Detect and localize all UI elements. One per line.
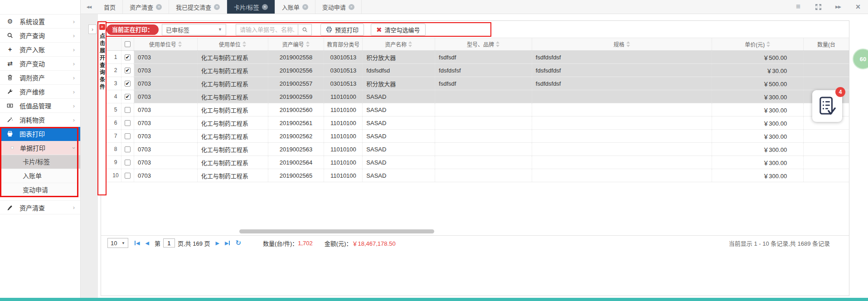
forward-tabs-icon[interactable]: ▶▶ [828, 0, 848, 14]
tab-close-icon[interactable]: × [349, 4, 354, 10]
todo-list-widget[interactable]: 4 [812, 90, 842, 122]
row-checkbox[interactable] [121, 169, 134, 182]
print-type-select[interactable]: 已审标签 ▼ [162, 24, 226, 35]
search-input[interactable] [236, 24, 298, 35]
cell: 2019002564 [268, 156, 325, 169]
cell [804, 156, 849, 169]
last-page-icon[interactable]: ▶ [225, 240, 230, 246]
cell: 2019002556 [268, 64, 325, 77]
tab-卡片/标签[interactable]: 卡片/标签× [227, 0, 275, 14]
tab-变动申请[interactable]: 变动申请× [315, 0, 362, 14]
cell: ￥500.00 [712, 51, 804, 63]
row-checkbox[interactable]: ✔ [121, 77, 134, 90]
row-checkbox[interactable] [121, 103, 134, 116]
table-row: 1✔0703化工与制药工程系201900255803010513积分放大器fsd… [101, 51, 849, 64]
table-row: 3✔0703化工与制药工程系201900255703010513积分放大器fsd… [101, 77, 849, 90]
sidebar-item-消耗物资[interactable]: 消耗物资› [0, 113, 80, 127]
page-number-input[interactable] [163, 238, 175, 248]
tab-label: 入账单 [282, 3, 300, 11]
sidebar-item-系统设置[interactable]: ⚙系统设置› [0, 15, 80, 29]
sidebar-item-资产查询[interactable]: 资产查询› [0, 29, 80, 43]
sidebar-subitem-卡片/标签[interactable]: 卡片/标签 [0, 155, 80, 169]
column-header-使用单位[interactable]: 使用单位 [198, 38, 268, 50]
column-header-单价(元)[interactable]: 单价(元) [712, 38, 804, 50]
sidebar-item-资产维修[interactable]: 资产维修› [0, 85, 80, 99]
first-page-icon[interactable]: ◀ [135, 240, 140, 246]
page-size-select[interactable]: 10 ▼ [107, 238, 128, 248]
cell: 0703 [134, 64, 198, 77]
horizontal-scrollbar[interactable] [239, 229, 434, 233]
row-checkbox[interactable]: ✔ [121, 90, 134, 103]
refresh-icon[interactable]: ↻ [235, 239, 241, 247]
sidebar-subitem-变动申请[interactable]: 变动申请 [0, 183, 80, 197]
select-all-checkbox[interactable] [121, 38, 134, 50]
cell [435, 130, 532, 142]
panel-expander-icon[interactable]: › [88, 24, 97, 34]
sidebar-subitem-入账单[interactable]: 入账单 [0, 169, 80, 183]
row-checkbox[interactable]: ✔ [121, 51, 134, 63]
close-all-icon[interactable]: × [848, 0, 868, 14]
sidebar-item-资产变动[interactable]: ⇄资产变动› [0, 57, 80, 71]
clipboard-icon [6, 204, 14, 211]
cell [532, 103, 713, 116]
cell: 化工与制药工程系 [198, 156, 268, 169]
prev-page-icon[interactable]: ◀ [145, 240, 149, 246]
preview-print-button[interactable]: 预览打印 [320, 24, 364, 36]
cell: 化工与制药工程系 [198, 169, 268, 182]
search-button[interactable] [298, 24, 312, 35]
cell: 0703 [134, 90, 198, 103]
cell: ￥300.00 [712, 103, 804, 116]
search-icon [302, 27, 308, 33]
cell: SASAD [363, 143, 435, 155]
tab-close-icon[interactable]: × [262, 4, 268, 10]
sidebar-item-资产入账[interactable]: +资产入账› [0, 43, 80, 57]
sidebar-item-低值品管理[interactable]: 低值品管理› [0, 99, 80, 113]
column-header-数量(台[interactable]: 数量(台 [804, 38, 849, 50]
row-checkbox[interactable] [121, 130, 134, 142]
column-header-型号、品牌[interactable]: 型号、品牌 [435, 38, 532, 50]
sidebar-submenu-单据打印[interactable]: 单据打印› [0, 141, 80, 155]
cell: 0703 [134, 77, 198, 90]
tab-资产清查[interactable]: 资产清查× [123, 0, 169, 14]
collapse-tabs-icon[interactable]: ◀◀ [81, 0, 97, 14]
tab-close-icon[interactable]: × [214, 4, 220, 10]
sidebar-item-图表打印[interactable]: 图表打印 [0, 127, 80, 141]
tab-我已提交清查[interactable]: 我已提交清查× [169, 0, 227, 14]
cell: 2019002559 [268, 90, 325, 103]
fullscreen-icon[interactable] [808, 0, 828, 14]
next-page-icon[interactable]: ▶ [215, 240, 219, 246]
row-checkbox[interactable]: ✔ [121, 64, 134, 77]
tab-close-icon[interactable]: × [156, 4, 162, 10]
row-checkbox[interactable] [121, 143, 134, 155]
query-expand-icon[interactable]: » [99, 24, 105, 30]
sidebar-item-资产清查[interactable]: 资产清查› [0, 200, 80, 214]
row-checkbox[interactable] [121, 117, 134, 129]
green-counter-bubble[interactable]: 60 [853, 49, 868, 69]
cell: 11010100 [324, 130, 363, 142]
cell: SASAD [363, 90, 435, 103]
cell: 化工与制药工程系 [198, 64, 268, 77]
cell: 0703 [134, 156, 198, 169]
cell [804, 143, 849, 155]
column-header-教育部分类号[interactable]: 教育部分类号 [324, 38, 363, 50]
column-header-资产编号[interactable]: 资产编号 [268, 38, 325, 50]
tab-首页[interactable]: 首页 [97, 0, 123, 14]
main-content: › » 点击展开查询条件 当前正在打印： 已审标签 ▼ [81, 14, 868, 301]
summary-stats: 数量(台/件)： 1,702 金额(元)： ￥18,467,178.50 [263, 239, 396, 248]
chevron-down-icon: › [70, 147, 77, 149]
cell [435, 143, 532, 155]
chevron-right-icon: › [73, 204, 75, 211]
row-number: 8 [110, 143, 121, 155]
hamburger-icon[interactable]: ≡ [788, 0, 808, 14]
tab-close-icon[interactable]: × [302, 4, 308, 10]
column-header-规格[interactable]: 规格 [532, 38, 713, 50]
tab-入账单[interactable]: 入账单× [275, 0, 315, 14]
column-header-资产名称[interactable]: 资产名称 [363, 38, 435, 50]
row-checkbox[interactable] [121, 156, 134, 169]
cell: 化工与制药工程系 [198, 117, 268, 129]
table-row: 2✔0703化工与制药工程系201900255603010513fdsfsdfs… [101, 64, 849, 77]
column-header-使用单位号[interactable]: 使用单位号 [134, 38, 198, 50]
clear-selection-button[interactable]: ✖ 清空勾选编号 [371, 24, 426, 36]
sidebar-item-调剂资产[interactable]: 调剂资产› [0, 71, 80, 85]
printer-icon [6, 130, 14, 137]
